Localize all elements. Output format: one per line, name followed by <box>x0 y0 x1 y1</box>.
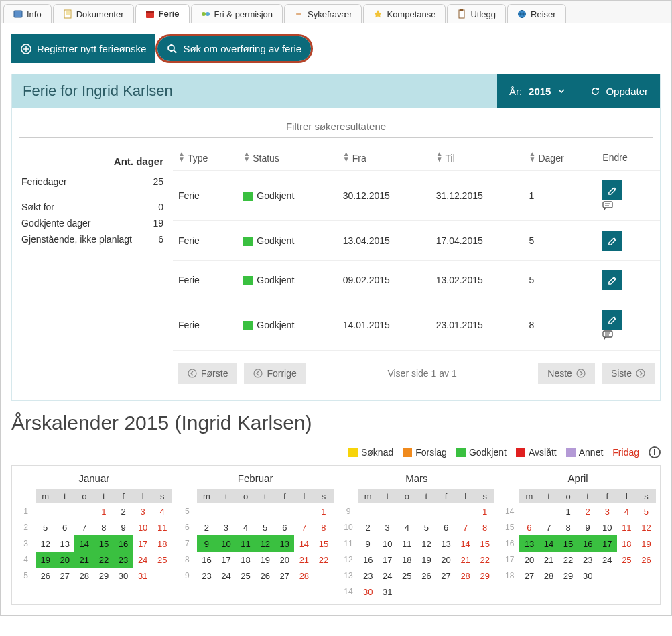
calendar-day[interactable]: 9 <box>358 535 378 552</box>
calendar-day[interactable]: 26 <box>417 568 436 584</box>
calendar-day[interactable]: 26 <box>36 568 55 584</box>
col-status[interactable]: ▲▼Status <box>238 145 338 171</box>
calendar-day[interactable]: 21 <box>539 552 558 568</box>
calendar-day[interactable]: 17 <box>133 535 153 552</box>
calendar-day[interactable]: 23 <box>578 552 598 568</box>
calendar-day[interactable]: 23 <box>358 568 378 584</box>
calendar-day[interactable]: 11 <box>397 535 417 552</box>
info-icon[interactable]: i <box>649 446 661 458</box>
calendar-day[interactable]: 30 <box>578 568 598 584</box>
calendar-day[interactable]: 20 <box>55 552 74 568</box>
calendar-day[interactable]: 19 <box>417 552 436 568</box>
calendar-day[interactable]: 1 <box>94 503 113 519</box>
calendar-day[interactable]: 20 <box>519 552 539 568</box>
calendar-day[interactable]: 2 <box>197 519 216 535</box>
calendar-day[interactable]: 26 <box>255 568 275 584</box>
calendar-day[interactable]: 31 <box>133 568 153 584</box>
calendar-day[interactable]: 21 <box>456 552 475 568</box>
calendar-day[interactable]: 5 <box>417 519 436 535</box>
calendar-day[interactable]: 30 <box>113 568 133 584</box>
calendar-day[interactable]: 22 <box>94 552 113 568</box>
calendar-day[interactable]: 13 <box>55 535 74 552</box>
calendar-day[interactable]: 17 <box>598 535 617 552</box>
calendar-day[interactable]: 12 <box>36 535 55 552</box>
calendar-day[interactable]: 1 <box>475 503 494 519</box>
calendar-day[interactable]: 25 <box>236 568 255 584</box>
refresh-button[interactable]: Oppdater <box>578 74 660 108</box>
calendar-day[interactable]: 1 <box>314 503 333 519</box>
calendar-day[interactable]: 22 <box>559 552 578 568</box>
calendar-day[interactable]: 3 <box>378 519 397 535</box>
calendar-day[interactable]: 15 <box>475 535 494 552</box>
calendar-day[interactable]: 16 <box>358 552 378 568</box>
col-type[interactable]: ▲▼Type <box>173 145 238 171</box>
calendar-day[interactable]: 14 <box>456 535 475 552</box>
calendar-day[interactable]: 2 <box>578 503 598 519</box>
calendar-day[interactable]: 8 <box>559 519 578 535</box>
calendar-day[interactable]: 18 <box>617 535 636 552</box>
tab-info[interactable]: Info <box>3 4 52 23</box>
calendar-day[interactable]: 5 <box>255 519 275 535</box>
register-vacation-button[interactable]: Registrer nytt ferieønske <box>11 34 155 63</box>
calendar-day[interactable]: 24 <box>216 568 236 584</box>
calendar-day[interactable]: 10 <box>216 535 236 552</box>
comment-icon[interactable] <box>602 200 655 211</box>
calendar-day[interactable]: 8 <box>94 519 113 535</box>
calendar-day[interactable]: 20 <box>436 552 456 568</box>
edit-button[interactable] <box>602 270 622 290</box>
comment-icon[interactable] <box>602 330 655 340</box>
calendar-day[interactable]: 22 <box>475 552 494 568</box>
col-til[interactable]: ▲▼Til <box>431 145 524 171</box>
edit-button[interactable] <box>602 180 622 200</box>
calendar-day[interactable]: 29 <box>94 568 113 584</box>
calendar-day[interactable]: 10 <box>598 519 617 535</box>
calendar-day[interactable]: 29 <box>559 568 578 584</box>
calendar-day[interactable]: 25 <box>617 552 636 568</box>
calendar-day[interactable]: 27 <box>436 568 456 584</box>
calendar-day[interactable]: 15 <box>559 535 578 552</box>
calendar-day[interactable]: 25 <box>153 552 172 568</box>
calendar-day[interactable]: 11 <box>236 535 255 552</box>
calendar-day[interactable]: 7 <box>74 519 94 535</box>
calendar-day[interactable]: 14 <box>539 535 558 552</box>
calendar-day[interactable]: 6 <box>436 519 456 535</box>
next-page-button[interactable]: Neste <box>538 363 595 384</box>
calendar-day[interactable]: 14 <box>74 535 94 552</box>
calendar-day[interactable]: 2 <box>113 503 133 519</box>
calendar-day[interactable]: 16 <box>197 552 216 568</box>
calendar-day[interactable]: 4 <box>397 519 417 535</box>
calendar-day[interactable]: 13 <box>275 535 294 552</box>
filter-input[interactable] <box>19 115 653 138</box>
calendar-day[interactable]: 21 <box>74 552 94 568</box>
calendar-day[interactable]: 10 <box>378 535 397 552</box>
calendar-day[interactable]: 22 <box>314 552 333 568</box>
calendar-day[interactable]: 12 <box>417 535 436 552</box>
calendar-day[interactable]: 19 <box>636 535 656 552</box>
calendar-day[interactable]: 18 <box>397 552 417 568</box>
calendar-day[interactable]: 23 <box>113 552 133 568</box>
calendar-day[interactable]: 15 <box>314 535 333 552</box>
calendar-day[interactable]: 4 <box>236 519 255 535</box>
edit-button[interactable] <box>602 231 622 251</box>
calendar-day[interactable]: 5 <box>636 503 656 519</box>
calendar-day[interactable]: 6 <box>519 519 539 535</box>
calendar-day[interactable]: 30 <box>358 584 378 600</box>
calendar-day[interactable]: 4 <box>153 503 172 519</box>
col-dager[interactable]: ▲▼Dager <box>524 145 598 171</box>
calendar-day[interactable]: 14 <box>294 535 314 552</box>
calendar-day[interactable]: 28 <box>539 568 558 584</box>
calendar-day[interactable]: 3 <box>216 519 236 535</box>
calendar-day[interactable]: 7 <box>456 519 475 535</box>
calendar-day[interactable]: 16 <box>113 535 133 552</box>
calendar-day[interactable]: 17 <box>378 552 397 568</box>
calendar-day[interactable]: 19 <box>36 552 55 568</box>
calendar-day[interactable]: 3 <box>133 503 153 519</box>
edit-button[interactable] <box>602 310 622 330</box>
calendar-day[interactable]: 24 <box>598 552 617 568</box>
calendar-day[interactable]: 28 <box>456 568 475 584</box>
calendar-day[interactable]: 8 <box>314 519 333 535</box>
transfer-vacation-button[interactable]: Søk om overføring av ferie <box>157 36 311 61</box>
calendar-day[interactable]: 4 <box>617 503 636 519</box>
calendar-day[interactable]: 28 <box>74 568 94 584</box>
col-fra[interactable]: ▲▼Fra <box>338 145 431 171</box>
